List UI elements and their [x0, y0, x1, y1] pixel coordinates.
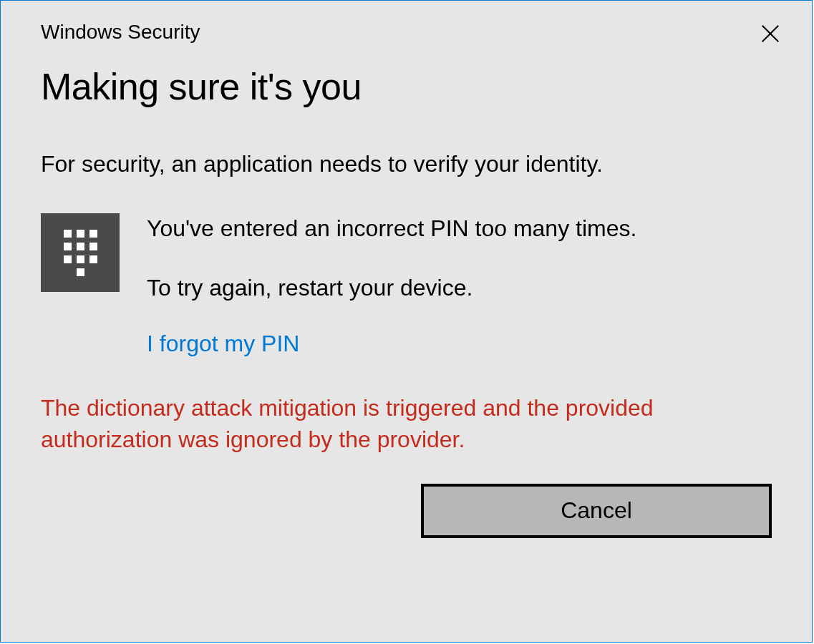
forgot-pin-link[interactable]: I forgot my PIN [147, 331, 299, 357]
dialog-heading: Making sure it's you [41, 65, 772, 108]
security-dialog: Windows Security Making sure it's you Fo… [0, 0, 813, 643]
button-row: Cancel [41, 484, 772, 538]
error-message-line1: You've entered an incorrect PIN too many… [147, 213, 772, 244]
close-button[interactable] [757, 21, 783, 47]
app-title: Windows Security [41, 21, 200, 44]
message-text-block: You've entered an incorrect PIN too many… [147, 213, 772, 357]
dialog-description: For security, an application needs to ve… [41, 151, 772, 177]
provider-error-text: The dictionary attack mitigation is trig… [41, 393, 772, 454]
message-row: You've entered an incorrect PIN too many… [41, 213, 772, 357]
close-icon [760, 23, 781, 44]
pin-pad-icon [41, 213, 120, 292]
cancel-button[interactable]: Cancel [421, 484, 772, 538]
error-message-line2: To try again, restart your device. [147, 273, 772, 303]
title-bar: Windows Security [41, 21, 772, 44]
